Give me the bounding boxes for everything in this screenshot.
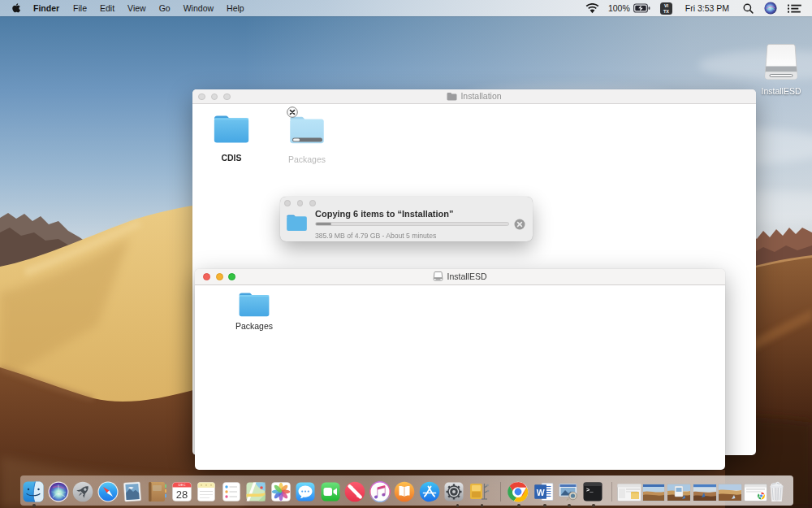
svg-text:28: 28 [175,488,187,501]
svg-text:>_: >_ [586,487,594,493]
svg-text:W: W [537,488,545,497]
svg-text:TX: TX [663,8,669,13]
svg-text:DEC: DEC [178,483,185,487]
svg-text:VI: VI [664,3,669,8]
